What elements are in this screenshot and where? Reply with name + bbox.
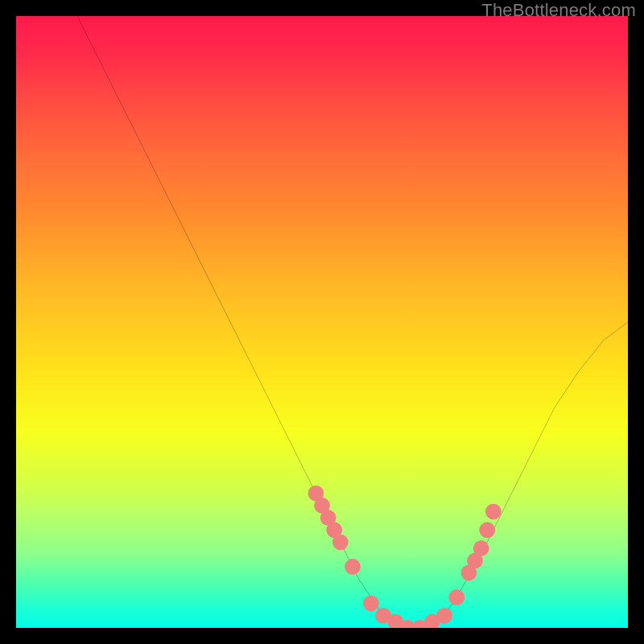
plot-svg (16, 16, 628, 628)
highlight-points (308, 485, 502, 628)
chart-stage: TheBottleneck.com (0, 0, 644, 644)
highlight-point (332, 535, 349, 551)
highlight-point (473, 540, 489, 556)
watermark-text: TheBottleneck.com (481, 0, 636, 21)
plot-area (16, 16, 628, 628)
curve-layer (77, 16, 628, 628)
highlight-point (448, 589, 464, 605)
highlight-point (485, 504, 502, 520)
highlight-point (363, 596, 379, 612)
highlight-point (345, 559, 361, 575)
highlight-point (436, 608, 452, 624)
bottleneck-curve (77, 16, 628, 628)
highlight-point (479, 522, 495, 539)
